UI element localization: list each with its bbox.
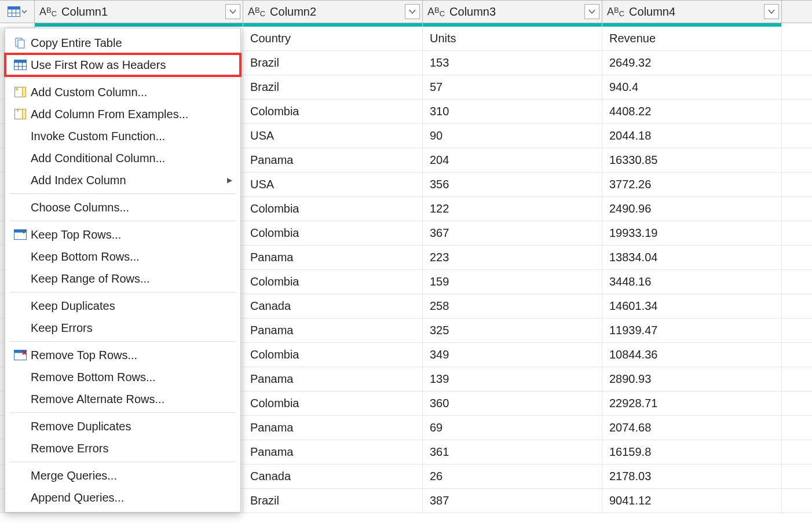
- menu-remove-errors[interactable]: Remove Errors: [5, 437, 240, 459]
- cell[interactable]: 2649.32: [602, 51, 782, 75]
- cell[interactable]: 2074.68: [602, 416, 782, 440]
- add-column-icon: [10, 87, 31, 97]
- column-header-Column1[interactable]: ABC Column1: [35, 1, 243, 23]
- cell[interactable]: 9041.12: [602, 489, 782, 513]
- cell[interactable]: 349: [423, 343, 602, 367]
- cell[interactable]: 3448.16: [602, 270, 782, 294]
- cell[interactable]: USA: [243, 124, 423, 148]
- cell[interactable]: 2490.96: [602, 197, 782, 221]
- cell[interactable]: 69: [423, 416, 602, 440]
- cell[interactable]: 19933.19: [602, 221, 782, 245]
- cell[interactable]: 258: [423, 294, 602, 318]
- menu-choose-columns[interactable]: Choose Columns...: [5, 196, 240, 218]
- cell[interactable]: Canada: [243, 294, 423, 318]
- menu-keep-bottom-rows[interactable]: Keep Bottom Rows...: [5, 246, 240, 268]
- cell[interactable]: 360: [423, 392, 602, 415]
- menu-use-first-row-as-headers[interactable]: Use First Row as Headers: [5, 54, 240, 76]
- menu-keep-top-rows[interactable]: Keep Top Rows...: [5, 224, 240, 246]
- menu-add-index-column[interactable]: Add Index Column ▶: [5, 169, 240, 191]
- svg-point-14: [16, 88, 19, 91]
- cell[interactable]: 159: [423, 270, 602, 294]
- column-header-Column2[interactable]: ABC Column2: [243, 1, 423, 23]
- cell[interactable]: Panama: [243, 416, 423, 440]
- cell[interactable]: 2044.18: [602, 124, 782, 148]
- chevron-down-icon: [408, 8, 416, 16]
- menu-add-conditional-column[interactable]: Add Conditional Column...: [5, 147, 240, 169]
- column-header-Column3[interactable]: ABC Column3: [423, 1, 602, 23]
- menu-remove-alternate-rows[interactable]: Remove Alternate Rows...: [5, 388, 240, 410]
- type-text-icon: ABC: [248, 6, 265, 18]
- cell[interactable]: Revenue: [602, 27, 782, 50]
- cell[interactable]: 940.4: [602, 75, 782, 99]
- chevron-down-icon: [767, 8, 776, 16]
- chevron-down-icon: [229, 8, 237, 16]
- menu-remove-bottom-rows[interactable]: Remove Bottom Rows...: [5, 366, 240, 388]
- cell[interactable]: 361: [423, 440, 602, 464]
- cell[interactable]: 2178.03: [602, 465, 782, 488]
- menu-keep-range-of-rows[interactable]: Keep Range of Rows...: [5, 268, 240, 290]
- cell[interactable]: Colombia: [243, 100, 423, 123]
- cell[interactable]: 13834.04: [602, 246, 782, 269]
- menu-add-column-from-examples[interactable]: Add Column From Examples...: [5, 103, 240, 125]
- cell[interactable]: 16159.8: [602, 440, 782, 464]
- filter-button[interactable]: [405, 4, 420, 19]
- cell[interactable]: Canada: [243, 465, 423, 488]
- cell[interactable]: 16330.85: [602, 148, 782, 172]
- filter-button[interactable]: [584, 4, 599, 19]
- cell[interactable]: Panama: [243, 367, 423, 391]
- cell[interactable]: Colombia: [243, 197, 423, 221]
- cell[interactable]: 367: [423, 221, 602, 245]
- cell[interactable]: 356: [423, 173, 602, 196]
- cell[interactable]: Brazil: [243, 75, 423, 99]
- cell[interactable]: Colombia: [243, 392, 423, 415]
- cell[interactable]: 223: [423, 246, 602, 269]
- menu-merge-queries[interactable]: Merge Queries...: [5, 465, 240, 487]
- menu-invoke-custom-function[interactable]: Invoke Custom Function...: [5, 125, 240, 147]
- type-text-icon: ABC: [39, 6, 57, 18]
- cell[interactable]: 4408.22: [602, 100, 782, 123]
- cell[interactable]: USA: [243, 173, 423, 196]
- cell[interactable]: Panama: [243, 440, 423, 464]
- cell[interactable]: 387: [423, 489, 602, 513]
- cell[interactable]: Brazil: [243, 489, 423, 513]
- cell[interactable]: 2890.93: [602, 367, 782, 391]
- cell[interactable]: 139: [423, 367, 602, 391]
- cell[interactable]: 10844.36: [602, 343, 782, 367]
- cell[interactable]: 325: [423, 319, 602, 342]
- cell[interactable]: Colombia: [243, 270, 423, 294]
- chevron-down-icon: [21, 9, 27, 14]
- submenu-arrow-icon: ▶: [227, 176, 232, 184]
- cell[interactable]: Panama: [243, 246, 423, 269]
- cell[interactable]: 14601.34: [602, 294, 782, 318]
- table-menu-button[interactable]: [0, 1, 35, 23]
- menu-remove-duplicates[interactable]: Remove Duplicates: [5, 415, 240, 437]
- cell[interactable]: 90: [423, 124, 602, 148]
- menu-append-queries[interactable]: Append Queries...: [5, 487, 240, 509]
- cell[interactable]: Colombia: [243, 343, 423, 367]
- cell[interactable]: 122: [423, 197, 602, 221]
- column-header-Column4[interactable]: ABC Column4: [602, 1, 782, 23]
- menu-keep-duplicates[interactable]: Keep Duplicates: [5, 295, 240, 317]
- cell[interactable]: Brazil: [243, 51, 423, 75]
- cell[interactable]: 310: [423, 100, 602, 123]
- cell[interactable]: Panama: [243, 319, 423, 342]
- cell[interactable]: Units: [423, 27, 602, 50]
- cell[interactable]: 57: [423, 75, 602, 99]
- cell[interactable]: 153: [423, 51, 602, 75]
- menu-copy-entire-table[interactable]: Copy Entire Table: [5, 32, 240, 54]
- cell[interactable]: Country: [243, 27, 423, 50]
- cell[interactable]: 11939.47: [602, 319, 782, 342]
- cell[interactable]: 26: [423, 465, 602, 488]
- cell[interactable]: 22928.71: [602, 392, 782, 415]
- menu-add-custom-column[interactable]: Add Custom Column...: [5, 81, 240, 103]
- column-name: Column3: [449, 5, 584, 19]
- cell[interactable]: 204: [423, 148, 602, 172]
- cell[interactable]: Panama: [243, 148, 423, 172]
- menu-remove-top-rows[interactable]: Remove Top Rows...: [5, 344, 240, 366]
- filter-button[interactable]: [225, 4, 240, 19]
- cell[interactable]: 3772.26: [602, 173, 782, 196]
- svg-rect-6: [18, 40, 24, 48]
- menu-keep-errors[interactable]: Keep Errors: [5, 317, 240, 339]
- filter-button[interactable]: [764, 4, 779, 19]
- cell[interactable]: Colombia: [243, 221, 423, 245]
